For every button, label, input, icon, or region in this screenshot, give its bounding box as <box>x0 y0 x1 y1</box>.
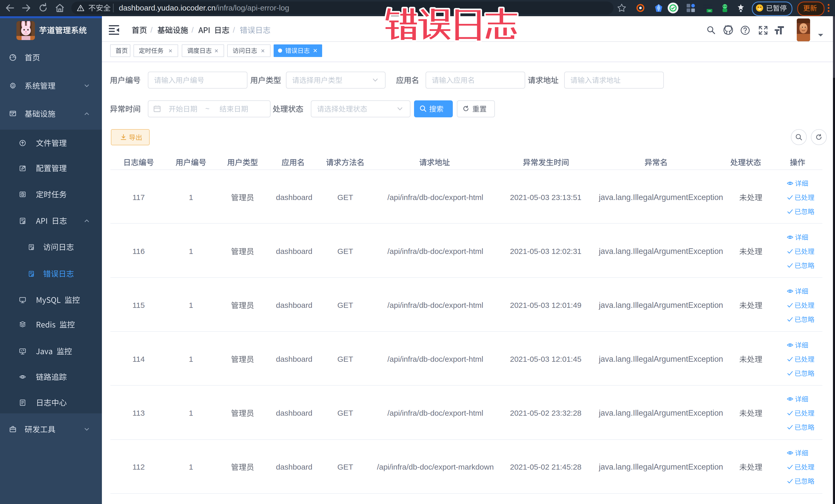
svg-text:on: on <box>708 9 711 12</box>
